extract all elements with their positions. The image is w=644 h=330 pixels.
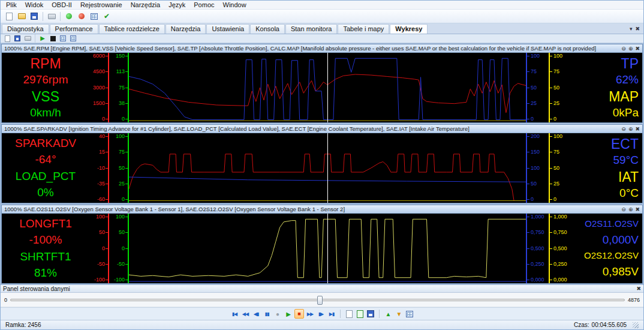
param-name: O2S12.O2SV (571, 251, 639, 260)
checklist-icon[interactable]: ✔ (101, 11, 112, 22)
panel-title-bar[interactable]: 1000% SAE.O2S11.O2SV [Oxygen Sensor Volt… (2, 205, 642, 214)
upload-icon[interactable]: ▲ (383, 309, 393, 319)
panel-title-bar[interactable]: 1000% SAE.RPM [Engine RPM], SAE.VSS [Veh… (2, 44, 642, 53)
menu-plik[interactable]: Plik (2, 1, 21, 8)
loadpct-axis: 1007550250 (109, 133, 129, 203)
new-file-icon[interactable] (4, 11, 14, 22)
main-toolbar: ✔ (1, 10, 643, 23)
chart-panel-rpm: 1000% SAE.RPM [Engine RPM], SAE.VSS [Veh… (1, 44, 643, 123)
chart-grid-icon[interactable] (59, 35, 67, 43)
chart-layout-icon[interactable] (69, 35, 77, 43)
connect-icon[interactable] (64, 11, 74, 22)
right-param-labels: TP 62% MAP 0kPa (571, 53, 642, 122)
log-open-icon[interactable] (355, 309, 365, 319)
frames-table-icon[interactable] (405, 309, 414, 319)
cursor-line[interactable] (327, 53, 328, 122)
chart-panel-sparkadv: 1000% SAE.SPARKADV [Ignition Timing Adva… (1, 124, 643, 203)
tab-diagnostyka[interactable]: Diagnostyka (2, 24, 49, 34)
param-value: 0,985V (571, 266, 639, 278)
rewind-button[interactable]: ◀◀ (240, 309, 250, 319)
slider-min-label: 0 (4, 297, 7, 303)
skip-start-button[interactable]: ▮◀ (230, 309, 239, 319)
param-name: VSS (2, 89, 89, 104)
step-back-button[interactable]: ◀▮ (251, 309, 261, 319)
chart-print-icon[interactable] (23, 35, 32, 43)
chart-save-icon[interactable] (3, 35, 11, 43)
chart-export-icon[interactable] (13, 35, 22, 43)
slider-handle[interactable] (317, 296, 323, 305)
chart-play-icon[interactable]: ▶ (38, 35, 47, 43)
chart-plot[interactable] (129, 214, 526, 283)
menu-narzedzia[interactable]: Narzędzia (127, 1, 165, 8)
panel-zoom-out-icon[interactable]: ⊖ (621, 206, 626, 212)
charts-area: 1000% SAE.RPM [Engine RPM], SAE.VSS [Veh… (1, 43, 643, 284)
resize-grip-icon[interactable] (633, 322, 639, 328)
menu-pomoc[interactable]: Pomoc (189, 1, 218, 8)
log-new-icon[interactable] (344, 309, 354, 319)
step-forward-button[interactable]: ▮▶ (316, 309, 326, 319)
panel-close-icon[interactable]: ✖ (635, 206, 640, 212)
open-file-icon[interactable] (16, 11, 27, 22)
menu-jezyk[interactable]: Język (164, 1, 189, 8)
app-window: Plik Widok OBD-II Rejestrowanie Narzędzi… (0, 0, 644, 330)
tab-stan-monitora[interactable]: Stan monitora (285, 24, 337, 34)
param-name: SHRTFT1 (2, 251, 89, 263)
tabbar-close-icon[interactable]: ✖ (635, 26, 640, 32)
param-value: 0kPa (571, 107, 639, 119)
iat-axis: 1007550250 (549, 133, 571, 203)
record-button[interactable]: ■ (294, 309, 304, 319)
skip-end-button[interactable]: ▶▮ (327, 309, 336, 319)
data-control-close-icon[interactable]: ✖ (636, 286, 641, 292)
stop-button[interactable]: ● (273, 309, 282, 319)
cursor-line[interactable] (327, 214, 328, 283)
tab-narzedzia[interactable]: Narzędzia (165, 24, 206, 34)
tab-ustawienia[interactable]: Ustawienia (206, 24, 249, 34)
panel-zoom-out-icon[interactable]: ⊖ (621, 126, 626, 132)
tab-tablice-rozdzielcze[interactable]: Tablice rozdzielcze (99, 24, 165, 34)
chevron-down-icon[interactable]: ▾ (630, 26, 633, 32)
chart-plot[interactable] (129, 53, 526, 122)
tab-tabele-i-mapy[interactable]: Tabele i mapy (338, 24, 389, 34)
fast-forward-button[interactable]: ▶▶ (305, 309, 315, 319)
panel-zoom-in-icon[interactable]: ⊕ (628, 206, 633, 212)
panel-zoom-in-icon[interactable]: ⊕ (628, 126, 633, 132)
chart-stop-icon[interactable] (49, 35, 57, 43)
tab-konsola[interactable]: Konsola (250, 24, 285, 34)
panel-title-bar[interactable]: 1000% SAE.SPARKADV [Ignition Timing Adva… (2, 125, 642, 133)
menu-rejestrowanie[interactable]: Rejestrowanie (76, 1, 127, 8)
play-button[interactable]: ▶ (284, 309, 293, 319)
chart-plot[interactable] (129, 133, 526, 203)
left-param-labels: SPARKADV -64° LOAD_PCT 0% (2, 133, 89, 203)
table-grid-icon[interactable] (89, 11, 100, 22)
pause-button[interactable]: ▮▮ (262, 309, 272, 319)
menu-bar: Plik Widok OBD-II Rejestrowanie Narzędzi… (1, 1, 643, 10)
view-tabs: Diagnostyka Performance Tablice rozdziel… (1, 23, 643, 34)
save-file-icon[interactable] (29, 11, 40, 22)
panel-zoom-out-icon[interactable]: ⊖ (621, 46, 626, 52)
download-icon[interactable]: ▼ (394, 309, 404, 319)
param-name: MAP (571, 89, 639, 104)
param-name: LONGFT1 (2, 218, 89, 230)
chart-toolbar: ▶ (1, 34, 643, 43)
o2s12-axis: 1,0000,7500,5000,2500,000 (549, 214, 571, 283)
right-param-labels: O2S11.O2SV 0,000V O2S12.O2SV 0,985V (571, 214, 642, 283)
print-icon[interactable] (46, 11, 57, 22)
cursor-line[interactable] (327, 133, 328, 203)
panel-zoom-in-icon[interactable]: ⊕ (628, 46, 633, 52)
param-value: 0°C (571, 187, 639, 199)
panel-title: 1000% SAE.RPM [Engine RPM], SAE.VSS [Veh… (4, 45, 618, 52)
menu-widok[interactable]: Widok (21, 1, 48, 8)
menu-window[interactable]: Window (219, 1, 251, 8)
tab-performance[interactable]: Performance (50, 24, 98, 34)
frame-slider-row: 0 4876 (1, 293, 643, 307)
log-save-icon[interactable] (366, 309, 375, 319)
rpm-axis: 60004500300015000 (89, 53, 109, 122)
menu-obd2[interactable]: OBD-II (47, 1, 76, 8)
panel-title: 1000% SAE.O2S11.O2SV [Oxygen Sensor Volt… (4, 206, 618, 212)
disconnect-icon[interactable] (76, 11, 87, 22)
tab-wykresy[interactable]: Wykresy (390, 24, 428, 34)
time-label: Czas: (574, 322, 589, 328)
frame-slider[interactable] (10, 299, 625, 301)
panel-close-icon[interactable]: ✖ (635, 126, 640, 132)
panel-close-icon[interactable]: ✖ (635, 46, 640, 52)
